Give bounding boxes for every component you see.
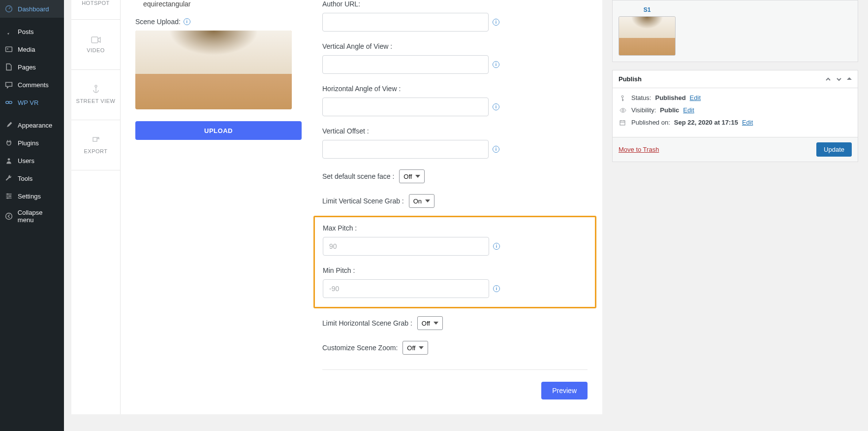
menu-label: Posts — [18, 28, 34, 35]
info-icon[interactable]: i — [184, 18, 190, 25]
edit-status-link[interactable]: Edit — [690, 94, 701, 101]
calendar-icon — [620, 120, 627, 126]
limit-horizontal-label: Limit Horizontal Scene Grab : — [322, 319, 412, 327]
menu-label: Comments — [18, 81, 49, 89]
tab-label: VIDEO — [87, 47, 105, 53]
vertical-angle-input[interactable] — [322, 55, 489, 74]
vertical-angle-label: Vertical Angle of View : — [322, 42, 588, 50]
media-icon — [4, 44, 14, 54]
brush-icon — [4, 120, 14, 130]
limit-vertical-label: Limit Vertical Scene Grab : — [322, 197, 404, 205]
vertical-offset-input[interactable] — [322, 140, 489, 159]
svg-point-12 — [621, 96, 623, 98]
menu-posts[interactable]: Posts — [0, 23, 64, 40]
scene-list-panel: S1 — [612, 0, 858, 62]
tab-hotspot[interactable]: HOTSPOT — [71, 0, 120, 20]
svg-point-7 — [9, 195, 11, 197]
move-to-trash-link[interactable]: Move to Trash — [619, 146, 659, 153]
info-icon[interactable]: i — [493, 103, 499, 110]
eye-icon — [620, 108, 627, 113]
collapse-icon — [4, 211, 14, 221]
status-value: Published — [655, 94, 685, 101]
info-icon[interactable]: i — [493, 61, 499, 68]
vr-icon — [4, 98, 14, 107]
dashboard-icon — [4, 4, 14, 14]
published-value: Sep 22, 2020 at 17:15 — [674, 119, 738, 126]
plug-icon — [4, 138, 14, 148]
info-icon[interactable]: i — [493, 243, 500, 250]
visibility-value: Public — [660, 106, 679, 114]
scene-thumbnail[interactable] — [135, 31, 292, 109]
scene-card-title: S1 — [619, 6, 676, 13]
menu-plugins[interactable]: Plugins — [0, 134, 64, 152]
author-url-input[interactable] — [322, 13, 489, 32]
min-pitch-input[interactable] — [323, 279, 489, 298]
horizontal-angle-input[interactable] — [322, 98, 489, 116]
menu-collapse[interactable]: Collapse menu — [0, 205, 64, 228]
menu-label: Collapse menu — [18, 209, 60, 224]
visibility-label: Visibility: — [631, 106, 656, 114]
pin-icon — [4, 27, 14, 36]
menu-appearance[interactable]: Appearance — [0, 116, 64, 134]
status-label: Status: — [631, 94, 651, 101]
scene-card-thumbnail — [619, 16, 676, 56]
tab-label: STREET VIEW — [76, 98, 116, 105]
default-face-label: Set default scene face : — [322, 172, 394, 180]
svg-point-5 — [8, 158, 10, 161]
sliders-icon — [4, 191, 14, 201]
tab-street-view[interactable]: STREET VIEW — [71, 70, 120, 120]
info-icon[interactable]: i — [493, 146, 499, 153]
svg-rect-14 — [620, 121, 625, 125]
anchor-icon — [92, 85, 100, 94]
scene-type-value: equirectangular — [135, 0, 303, 18]
author-url-label: Author URL: — [322, 0, 588, 8]
default-face-select[interactable]: Off — [399, 169, 425, 183]
tab-export[interactable]: EXPORT — [71, 120, 120, 170]
svg-point-2 — [7, 48, 8, 49]
menu-media[interactable]: Media — [0, 40, 64, 58]
max-pitch-input[interactable] — [323, 237, 489, 256]
menu-tools[interactable]: Tools — [0, 169, 64, 187]
caret-up-icon[interactable] — [847, 76, 852, 82]
chevron-up-icon[interactable] — [825, 76, 831, 82]
menu-pages[interactable]: Pages — [0, 58, 64, 76]
info-icon[interactable]: i — [493, 285, 500, 292]
menu-dashboard[interactable]: Dashboard — [0, 0, 64, 18]
menu-wpvr[interactable]: WP VR — [0, 94, 64, 111]
zoom-select[interactable]: Off — [403, 341, 428, 355]
menu-settings[interactable]: Settings — [0, 187, 64, 205]
svg-point-13 — [622, 109, 624, 111]
publish-panel: Publish Status: Published Edit Visibilit… — [612, 70, 858, 162]
menu-comments[interactable]: Comments — [0, 76, 64, 94]
menu-users[interactable]: Users — [0, 152, 64, 169]
chevron-down-icon[interactable] — [836, 76, 842, 82]
scene-card[interactable]: S1 — [619, 6, 676, 56]
user-icon — [4, 156, 14, 166]
menu-label: Pages — [18, 64, 36, 71]
zoom-label: Customize Scene Zoom: — [322, 344, 398, 352]
video-icon — [91, 36, 101, 43]
menu-label: Tools — [18, 175, 32, 182]
edit-visibility-link[interactable]: Edit — [683, 106, 694, 114]
update-button[interactable]: Update — [816, 142, 852, 157]
min-pitch-label: Min Pitch : — [323, 266, 587, 274]
svg-rect-10 — [92, 37, 98, 43]
edit-date-link[interactable]: Edit — [742, 119, 753, 126]
menu-label: Appearance — [18, 122, 52, 129]
tab-label: EXPORT — [84, 148, 107, 154]
preview-button[interactable]: Preview — [541, 382, 588, 399]
publish-heading: Publish — [619, 75, 642, 83]
limit-horizontal-select[interactable]: Off — [417, 316, 443, 330]
vertical-offset-label: Vertical Offset : — [322, 127, 588, 135]
upload-button[interactable]: UPLOAD — [135, 121, 302, 140]
menu-label: Users — [18, 157, 34, 165]
key-icon — [620, 95, 627, 101]
tab-video[interactable]: VIDEO — [71, 20, 120, 70]
limit-vertical-select[interactable]: On — [409, 194, 434, 208]
wrench-icon — [4, 173, 14, 183]
wp-admin-sidebar: Dashboard Posts Media Pages Comments WP … — [0, 0, 64, 429]
published-label: Published on: — [631, 119, 670, 126]
svg-rect-1 — [6, 47, 12, 52]
scene-upload-label: Scene Upload:i — [135, 18, 303, 26]
info-icon[interactable]: i — [493, 19, 499, 26]
